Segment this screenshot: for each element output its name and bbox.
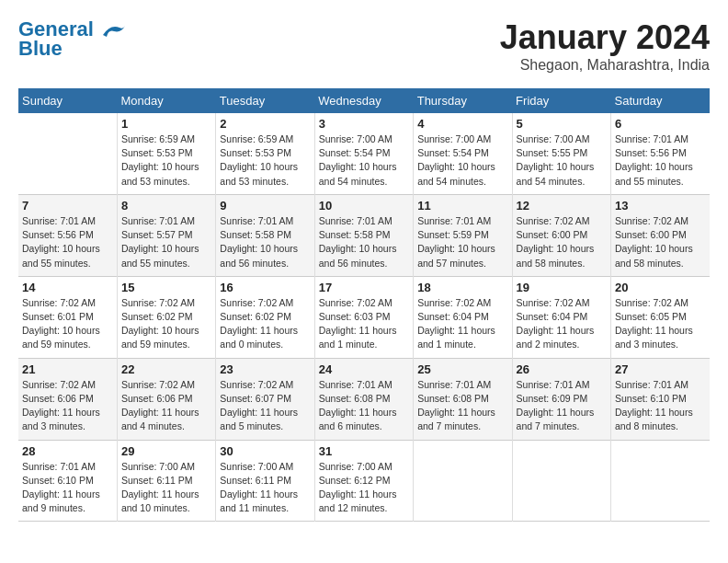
- day-cell: 16Sunrise: 7:02 AM Sunset: 6:02 PM Dayli…: [216, 276, 314, 358]
- week-row-5: 28Sunrise: 7:01 AM Sunset: 6:10 PM Dayli…: [18, 440, 710, 522]
- day-number: 23: [220, 362, 310, 376]
- day-info: Sunrise: 7:02 AM Sunset: 6:00 PM Dayligh…: [615, 214, 706, 270]
- day-number: 18: [417, 281, 507, 294]
- day-info: Sunrise: 7:00 AM Sunset: 6:12 PM Dayligh…: [319, 460, 409, 516]
- day-info: Sunrise: 7:00 AM Sunset: 5:55 PM Dayligh…: [517, 132, 607, 189]
- col-header-tuesday: Tuesday: [216, 88, 314, 113]
- day-cell: [18, 113, 117, 194]
- day-cell: 10Sunrise: 7:01 AM Sunset: 5:58 PM Dayli…: [314, 194, 413, 276]
- day-info: Sunrise: 7:02 AM Sunset: 6:00 PM Dayligh…: [517, 214, 607, 270]
- day-number: 31: [319, 444, 409, 458]
- day-number: 14: [22, 281, 113, 294]
- day-cell: 11Sunrise: 7:01 AM Sunset: 5:59 PM Dayli…: [414, 194, 512, 276]
- logo-bird-icon: [101, 22, 127, 39]
- day-info: Sunrise: 7:02 AM Sunset: 6:07 PM Dayligh…: [220, 378, 310, 434]
- day-info: Sunrise: 7:00 AM Sunset: 5:54 PM Dayligh…: [319, 132, 409, 189]
- day-number: 2: [220, 117, 310, 131]
- day-cell: 1Sunrise: 6:59 AM Sunset: 5:53 PM Daylig…: [117, 113, 215, 194]
- day-number: 13: [615, 199, 706, 213]
- day-number: 19: [517, 281, 607, 294]
- day-cell: 29Sunrise: 7:00 AM Sunset: 6:11 PM Dayli…: [117, 440, 215, 522]
- day-number: 10: [319, 199, 409, 213]
- day-info: Sunrise: 7:01 AM Sunset: 6:09 PM Dayligh…: [517, 378, 607, 434]
- day-cell: [512, 440, 610, 522]
- day-info: Sunrise: 7:02 AM Sunset: 6:02 PM Dayligh…: [220, 296, 310, 352]
- calendar-header: SundayMondayTuesdayWednesdayThursdayFrid…: [18, 88, 710, 113]
- day-number: 15: [121, 281, 211, 294]
- day-info: Sunrise: 7:02 AM Sunset: 6:01 PM Dayligh…: [22, 296, 113, 352]
- day-cell: 30Sunrise: 7:00 AM Sunset: 6:11 PM Dayli…: [216, 440, 314, 522]
- day-number: 21: [22, 362, 113, 376]
- col-header-saturday: Saturday: [611, 88, 710, 113]
- day-info: Sunrise: 7:00 AM Sunset: 6:11 PM Dayligh…: [220, 460, 310, 516]
- col-header-thursday: Thursday: [414, 88, 512, 113]
- day-cell: 22Sunrise: 7:02 AM Sunset: 6:06 PM Dayli…: [117, 358, 215, 440]
- day-cell: 26Sunrise: 7:01 AM Sunset: 6:09 PM Dayli…: [512, 358, 610, 440]
- day-cell: 31Sunrise: 7:00 AM Sunset: 6:12 PM Dayli…: [314, 440, 413, 522]
- day-number: 24: [319, 362, 409, 376]
- logo-blue: Blue: [18, 37, 63, 61]
- day-cell: 2Sunrise: 6:59 AM Sunset: 5:53 PM Daylig…: [216, 113, 314, 194]
- day-info: Sunrise: 7:00 AM Sunset: 6:11 PM Dayligh…: [121, 460, 211, 516]
- col-header-sunday: Sunday: [18, 88, 117, 113]
- day-number: 9: [220, 199, 310, 213]
- day-cell: 6Sunrise: 7:01 AM Sunset: 5:56 PM Daylig…: [611, 113, 710, 194]
- day-info: Sunrise: 7:02 AM Sunset: 6:06 PM Dayligh…: [121, 378, 211, 434]
- day-info: Sunrise: 7:01 AM Sunset: 6:08 PM Dayligh…: [319, 378, 409, 434]
- week-row-3: 14Sunrise: 7:02 AM Sunset: 6:01 PM Dayli…: [18, 276, 710, 358]
- day-cell: 12Sunrise: 7:02 AM Sunset: 6:00 PM Dayli…: [512, 194, 610, 276]
- day-number: 6: [615, 117, 706, 131]
- day-info: Sunrise: 7:01 AM Sunset: 6:10 PM Dayligh…: [615, 378, 706, 434]
- day-number: 17: [319, 281, 409, 294]
- day-number: 8: [121, 199, 211, 213]
- day-number: 5: [517, 117, 607, 131]
- day-cell: 21Sunrise: 7:02 AM Sunset: 6:06 PM Dayli…: [18, 358, 117, 440]
- day-info: Sunrise: 7:01 AM Sunset: 5:58 PM Dayligh…: [220, 214, 310, 270]
- day-number: 4: [417, 117, 507, 131]
- day-cell: 5Sunrise: 7:00 AM Sunset: 5:55 PM Daylig…: [512, 113, 610, 194]
- day-cell: [611, 440, 710, 522]
- day-cell: 13Sunrise: 7:02 AM Sunset: 6:00 PM Dayli…: [611, 194, 710, 276]
- day-info: Sunrise: 7:02 AM Sunset: 6:04 PM Dayligh…: [517, 296, 607, 352]
- day-number: 22: [121, 362, 211, 376]
- day-cell: 4Sunrise: 7:00 AM Sunset: 5:54 PM Daylig…: [414, 113, 512, 194]
- day-info: Sunrise: 7:01 AM Sunset: 5:57 PM Dayligh…: [121, 214, 211, 270]
- day-number: 3: [319, 117, 409, 131]
- day-number: 26: [517, 362, 607, 376]
- day-number: 27: [615, 362, 706, 376]
- week-row-2: 7Sunrise: 7:01 AM Sunset: 5:56 PM Daylig…: [18, 194, 710, 276]
- day-info: Sunrise: 7:01 AM Sunset: 5:58 PM Dayligh…: [319, 214, 409, 270]
- day-cell: 25Sunrise: 7:01 AM Sunset: 6:08 PM Dayli…: [414, 358, 512, 440]
- day-cell: 9Sunrise: 7:01 AM Sunset: 5:58 PM Daylig…: [216, 194, 314, 276]
- day-info: Sunrise: 7:02 AM Sunset: 6:04 PM Dayligh…: [417, 296, 507, 352]
- day-number: 11: [417, 199, 507, 213]
- day-cell: 3Sunrise: 7:00 AM Sunset: 5:54 PM Daylig…: [314, 113, 413, 194]
- day-info: Sunrise: 7:02 AM Sunset: 6:06 PM Dayligh…: [22, 378, 113, 434]
- day-info: Sunrise: 7:01 AM Sunset: 5:59 PM Dayligh…: [417, 214, 507, 270]
- day-info: Sunrise: 6:59 AM Sunset: 5:53 PM Dayligh…: [220, 132, 310, 189]
- day-info: Sunrise: 7:01 AM Sunset: 6:08 PM Dayligh…: [417, 378, 507, 434]
- day-number: 1: [121, 117, 211, 131]
- day-cell: 27Sunrise: 7:01 AM Sunset: 6:10 PM Dayli…: [611, 358, 710, 440]
- day-info: Sunrise: 7:00 AM Sunset: 5:54 PM Dayligh…: [417, 132, 507, 189]
- col-header-monday: Monday: [117, 88, 215, 113]
- col-header-wednesday: Wednesday: [314, 88, 413, 113]
- day-cell: 28Sunrise: 7:01 AM Sunset: 6:10 PM Dayli…: [18, 440, 117, 522]
- day-cell: 18Sunrise: 7:02 AM Sunset: 6:04 PM Dayli…: [414, 276, 512, 358]
- col-header-friday: Friday: [512, 88, 610, 113]
- day-cell: 23Sunrise: 7:02 AM Sunset: 6:07 PM Dayli…: [216, 358, 314, 440]
- week-row-4: 21Sunrise: 7:02 AM Sunset: 6:06 PM Dayli…: [18, 358, 710, 440]
- day-cell: 7Sunrise: 7:01 AM Sunset: 5:56 PM Daylig…: [18, 194, 117, 276]
- month-title: January 2024: [500, 18, 710, 57]
- title-block: January 2024 Shegaon, Maharashtra, India: [500, 18, 710, 74]
- day-cell: [414, 440, 512, 522]
- day-info: Sunrise: 7:01 AM Sunset: 6:10 PM Dayligh…: [22, 460, 113, 516]
- day-number: 29: [121, 444, 211, 458]
- day-number: 25: [417, 362, 507, 376]
- location: Shegaon, Maharashtra, India: [500, 57, 710, 74]
- day-info: Sunrise: 7:02 AM Sunset: 6:03 PM Dayligh…: [319, 296, 409, 352]
- day-info: Sunrise: 7:01 AM Sunset: 5:56 PM Dayligh…: [22, 214, 113, 270]
- day-cell: 14Sunrise: 7:02 AM Sunset: 6:01 PM Dayli…: [18, 276, 117, 358]
- day-info: Sunrise: 7:02 AM Sunset: 6:02 PM Dayligh…: [121, 296, 211, 352]
- day-info: Sunrise: 7:01 AM Sunset: 5:56 PM Dayligh…: [615, 132, 706, 189]
